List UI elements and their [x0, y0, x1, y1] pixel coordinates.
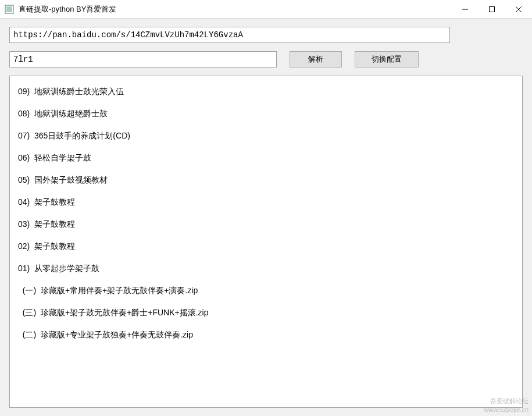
action-row: 解析 切换配置: [9, 51, 523, 67]
app-window: 直链提取-python BY吾爱首发 解析 切换配置 09) 地狱训练爵士鼓光荣…: [0, 0, 532, 416]
file-list[interactable]: 09) 地狱训练爵士鼓光荣入伍 08) 地狱训练超绝爵士鼓 07) 365日鼓手…: [9, 76, 523, 408]
watermark-line1: 吾爱破解论坛: [484, 397, 529, 405]
svg-rect-1: [6, 6, 12, 12]
list-item[interactable]: (三) 珍藏版+架子鼓无鼓伴奏+爵士+FUNK+摇滚.zip: [18, 302, 514, 324]
svg-rect-3: [490, 6, 495, 12]
list-item[interactable]: 05) 国外架子鼓视频教材: [18, 169, 514, 191]
parse-button[interactable]: 解析: [290, 51, 342, 67]
window-title: 直链提取-python BY吾爱首发: [19, 4, 452, 15]
minimize-button[interactable]: [452, 0, 479, 18]
watermark-line2: www.52pojie.cn: [484, 406, 529, 414]
app-icon: [5, 5, 14, 14]
list-item[interactable]: 01) 从零起步学架子鼓: [18, 258, 514, 280]
list-item[interactable]: 03) 架子鼓教程: [18, 214, 514, 236]
list-item[interactable]: 07) 365日鼓手的养成计划(CD): [18, 125, 514, 147]
list-item[interactable]: 02) 架子鼓教程: [18, 236, 514, 258]
list-item[interactable]: 04) 架子鼓教程: [18, 191, 514, 214]
list-item[interactable]: 06) 轻松自学架子鼓: [18, 147, 514, 169]
window-controls: [452, 0, 532, 18]
switch-config-button[interactable]: 切换配置: [355, 51, 419, 67]
extraction-code-input[interactable]: [9, 51, 277, 67]
maximize-button[interactable]: [479, 0, 505, 18]
close-button[interactable]: [505, 0, 532, 18]
list-item[interactable]: 09) 地狱训练爵士鼓光荣入伍: [18, 81, 514, 103]
titlebar: 直链提取-python BY吾爱首发: [0, 0, 532, 19]
list-item[interactable]: (二) 珍藏版+专业架子鼓独奏+伴奏无鼓伴奏.zip: [18, 324, 514, 346]
list-item[interactable]: (一) 珍藏版+常用伴奏+架子鼓无鼓伴奏+演奏.zip: [18, 280, 514, 302]
watermark: 吾爱破解论坛 www.52pojie.cn: [484, 397, 529, 414]
url-input[interactable]: [9, 27, 450, 43]
content-area: 解析 切换配置 09) 地狱训练爵士鼓光荣入伍 08) 地狱训练超绝爵士鼓 07…: [0, 19, 532, 416]
list-item[interactable]: 08) 地狱训练超绝爵士鼓: [18, 103, 514, 125]
